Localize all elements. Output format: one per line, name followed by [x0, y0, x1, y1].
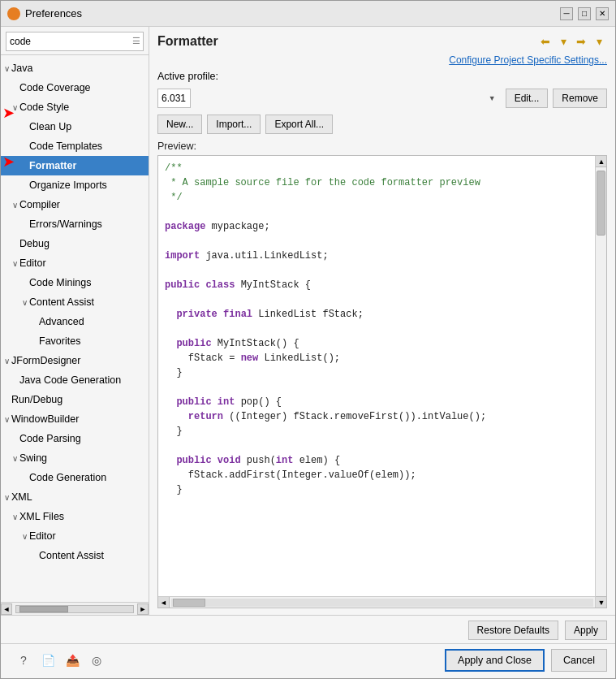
cancel-button[interactable]: Cancel: [551, 649, 607, 672]
title-bar: Preferences ─ □ ✕: [1, 1, 615, 27]
tree-container: ∨Java∨Code Coverage∨Code Style∨Clean Up∨…: [1, 55, 149, 602]
bottom-icons-row: ? 📄 📤 ◎: [9, 649, 111, 672]
tree-item-code-generation[interactable]: ∨Code Generation: [1, 468, 149, 487]
import-button[interactable]: Import...: [207, 115, 261, 134]
h-scrollbar-thumb[interactable]: [19, 606, 68, 612]
tree-item-advanced[interactable]: ∨Advanced: [1, 312, 149, 331]
tree-item-debug[interactable]: ∨Debug: [1, 234, 149, 253]
app-icon: [7, 7, 20, 20]
tree-item-code-parsing[interactable]: ∨Code Parsing: [1, 429, 149, 448]
edit-button[interactable]: Edit...: [506, 89, 549, 108]
v-scrollbar-thumb[interactable]: [597, 171, 605, 236]
apply-button[interactable]: Apply: [565, 621, 607, 640]
profile-select-wrapper: 6.031: [157, 89, 501, 108]
tree-item-formatter[interactable]: ∨Formatter: [1, 156, 149, 175]
tree-item-run-debug[interactable]: ∨Run/Debug: [1, 390, 149, 409]
nav-forward-button[interactable]: ➡: [573, 33, 589, 50]
left-panel: ☰ ➤ ➤ ∨Java∨Code Coverage∨Code Style∨Cle…: [1, 27, 149, 615]
search-input[interactable]: [6, 32, 144, 51]
profile-row: 6.031 Edit... Remove: [157, 89, 607, 108]
apply-and-close-button[interactable]: Apply and Close: [445, 649, 545, 672]
restore-apply-row: Restore Defaults Apply: [1, 616, 615, 643]
tree-item-xml-files[interactable]: ∨XML Files: [1, 507, 149, 526]
scroll-up-arrow[interactable]: ▲: [596, 156, 607, 167]
tree-item-xml-editor[interactable]: ∨Editor: [1, 526, 149, 546]
help-icon[interactable]: ?: [15, 652, 32, 668]
tree-item-java-code-gen[interactable]: ∨Java Code Generation: [1, 370, 149, 390]
h-scroll-track: [171, 599, 593, 607]
dialog-footer: ? 📄 📤 ◎ Apply and Close Cancel: [1, 643, 615, 678]
circle-icon[interactable]: ◎: [88, 652, 105, 668]
tree-item-editor[interactable]: ∨Editor: [1, 253, 149, 273]
bottom-area: Restore Defaults Apply ? 📄 📤 ◎ Apply and…: [1, 615, 615, 678]
tree-item-code-coverage[interactable]: ∨Code Coverage: [1, 78, 149, 97]
dialog-title: Preferences: [25, 7, 560, 19]
minimize-button[interactable]: ─: [560, 7, 573, 20]
tree-item-content-assist[interactable]: ∨Content Assist: [1, 292, 149, 312]
file-icon[interactable]: 📄: [40, 652, 56, 668]
dialog-action-buttons: Apply and Close Cancel: [445, 649, 607, 672]
tree-item-errors-warnings[interactable]: ∨Errors/Warnings: [1, 214, 149, 234]
h-scroll-thumb[interactable]: [173, 599, 205, 607]
search-wrap: ☰: [1, 27, 149, 55]
main-content: ☰ ➤ ➤ ∨Java∨Code Coverage∨Code Style∨Cle…: [1, 27, 615, 615]
panel-title: Formatter: [157, 34, 218, 49]
panel-header: Formatter ⬅ ▾ ➡ ▾: [157, 33, 607, 50]
horizontal-scrollbar: ◄ ►: [1, 602, 149, 615]
scroll-left-arrow[interactable]: ◄: [1, 603, 12, 615]
export-all-button[interactable]: Export All...: [265, 115, 333, 134]
action-buttons-row: New... Import... Export All...: [157, 115, 607, 134]
right-panel: Formatter ⬅ ▾ ➡ ▾ Configure Project Spec…: [149, 27, 615, 615]
configure-link[interactable]: Configure Project Specific Settings...: [157, 54, 607, 66]
tree-item-jformdesigner[interactable]: ∨JFormDesigner: [1, 351, 149, 370]
tree-item-windowbuilder[interactable]: ∨WindowBuilder: [1, 409, 149, 429]
preferences-dialog: Preferences ─ □ ✕ ☰ ➤ ➤ ∨Java∨Code Cover…: [0, 0, 616, 679]
tree-item-content-assist2[interactable]: ∨Content Assist: [1, 546, 149, 565]
scroll-right-arrow[interactable]: ►: [137, 603, 149, 615]
search-clear-icon[interactable]: ☰: [132, 36, 140, 46]
tree-item-code-templates[interactable]: ∨Code Templates: [1, 136, 149, 156]
close-button[interactable]: ✕: [596, 7, 609, 20]
nav-icons: ⬅ ▾ ➡ ▾: [537, 33, 607, 50]
tree-item-favorites[interactable]: ∨Favorites: [1, 331, 149, 351]
preview-code[interactable]: /** * A sample source file for the code …: [158, 156, 606, 596]
tree-item-code-minings[interactable]: ∨Code Minings: [1, 273, 149, 292]
maximize-button[interactable]: □: [578, 7, 591, 20]
tree-item-java[interactable]: ∨Java: [1, 58, 149, 78]
remove-button[interactable]: Remove: [553, 89, 607, 108]
scroll-down-arrow[interactable]: ▼: [596, 596, 607, 608]
new-button[interactable]: New...: [157, 115, 202, 134]
profile-select[interactable]: 6.031: [157, 89, 191, 108]
tree-item-organize-imports[interactable]: ∨Organize Imports: [1, 175, 149, 195]
vertical-scrollbar[interactable]: ▲ ▼: [595, 156, 606, 608]
nav-dropdown-button[interactable]: ▾: [555, 33, 571, 50]
nav-dropdown2-button[interactable]: ▾: [591, 33, 607, 50]
restore-defaults-button[interactable]: Restore Defaults: [468, 621, 558, 640]
tree-item-xml[interactable]: ∨XML: [1, 487, 149, 507]
tree-item-swing[interactable]: ∨Swing: [1, 448, 149, 468]
tree-item-compiler[interactable]: ∨Compiler: [1, 195, 149, 214]
tree-item-clean-up[interactable]: ∨Clean Up: [1, 117, 149, 136]
h-scroll-left[interactable]: ◄: [158, 597, 170, 608]
h-scrollbar-track: [15, 605, 134, 613]
export-icon[interactable]: 📤: [64, 652, 80, 668]
preview-h-scrollbar: ◄ ►: [158, 596, 606, 608]
v-scrollbar-track: [596, 167, 606, 596]
preview-label: Preview:: [157, 141, 607, 152]
tree-item-code-style[interactable]: ∨Code Style: [1, 97, 149, 117]
nav-back-button[interactable]: ⬅: [537, 33, 554, 50]
window-controls: ─ □ ✕: [560, 7, 609, 20]
preview-container: /** * A sample source file for the code …: [157, 155, 607, 608]
active-profile-row: Active profile:: [157, 71, 607, 82]
active-profile-label: Active profile:: [157, 71, 218, 82]
